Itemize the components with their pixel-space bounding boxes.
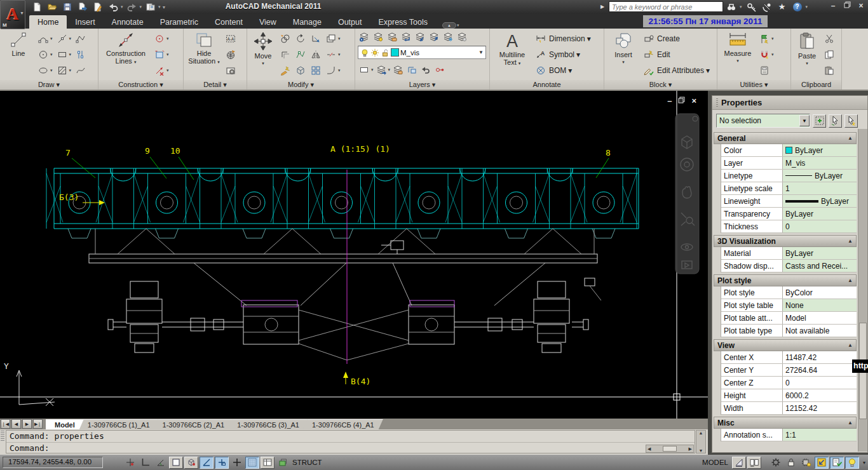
dynamic-ucs-toggle[interactable]	[230, 457, 244, 469]
paste-button[interactable]: Paste▾	[794, 30, 820, 67]
construction-lines-button[interactable]: ConstructionLines ▾	[101, 30, 151, 66]
layer-dropdown-arrow[interactable]: ▼	[478, 50, 484, 55]
calculator-button[interactable]	[758, 62, 774, 78]
layer-off-button[interactable]	[456, 30, 468, 43]
undo-button[interactable]	[107, 1, 119, 13]
layer-properties-button[interactable]	[358, 30, 370, 43]
selection-dropdown-arrow[interactable]: ▼	[799, 115, 810, 126]
property-row-plot-table[interactable]: Plot style tableNone	[721, 299, 857, 312]
polar-toggle[interactable]	[154, 457, 168, 469]
subscription-key-icon[interactable]	[746, 1, 757, 12]
struct-icon[interactable]	[276, 457, 290, 469]
construction-region-button[interactable]: ▾	[153, 46, 169, 62]
quick-properties-toggle[interactable]	[261, 457, 275, 469]
panel-label-layers[interactable]: Layers ▾	[355, 80, 489, 90]
offset-button[interactable]	[279, 46, 292, 62]
block-edit-button[interactable]: Edit	[642, 46, 710, 62]
ribbon-minimize-button[interactable]: ▲	[442, 22, 456, 29]
doc-close-button[interactable]: ×	[691, 96, 696, 105]
ortho-toggle[interactable]	[200, 457, 214, 469]
property-row-height[interactable]: Height6000.2	[721, 389, 857, 402]
tab-layout-4[interactable]: 1-309766СБ (4)_A1	[303, 419, 383, 429]
undo-dropdown[interactable]: ▾	[121, 4, 123, 10]
tab-output[interactable]: Output	[330, 15, 370, 29]
layer-isolate-button[interactable]	[414, 30, 426, 43]
layer-freeze-button[interactable]	[442, 30, 454, 43]
property-row-center-y[interactable]: Center Y27264.64	[721, 364, 857, 377]
property-row-material[interactable]: MaterialByLayer	[721, 247, 857, 260]
grid-toggle[interactable]	[139, 457, 153, 469]
hardware-accel-button[interactable]	[799, 457, 813, 469]
search-input[interactable]	[609, 1, 723, 12]
3d-visor-button[interactable]	[294, 62, 307, 78]
property-row-layer[interactable]: LayerM_vis	[721, 157, 857, 170]
paste-special-button[interactable]	[823, 62, 836, 78]
layer-unlock-icon[interactable]	[381, 46, 390, 59]
doc-minimize-button[interactable]: –	[667, 96, 672, 105]
snap-toggle[interactable]	[123, 457, 137, 469]
trim-button[interactable]	[309, 30, 322, 46]
measure-button[interactable]: Measure▾	[720, 30, 756, 65]
symbol-button[interactable]: ASymbol▾	[534, 46, 591, 62]
panel-label-modify[interactable]: Modify ▾	[247, 80, 355, 90]
redo-dropdown[interactable]: ▾	[140, 4, 142, 10]
layer-on-icon[interactable]	[360, 46, 369, 59]
layer-color-swatch[interactable]	[391, 48, 399, 57]
toolbar-lock-button[interactable]	[784, 457, 798, 469]
restore-button[interactable]	[843, 1, 851, 10]
app-menu-button[interactable]: A M ▼	[0, 0, 25, 29]
drawing-viewport[interactable]: 7 9 10 8 A (1:15) (1) Б(3) В(4) Y	[0, 91, 708, 419]
property-row-plot-type[interactable]: Plot table typeNot available	[721, 325, 857, 337]
annotation-visibility-button[interactable]	[830, 457, 844, 469]
sheet-set-dropdown[interactable]: ▾	[158, 4, 161, 10]
redo-button[interactable]	[126, 1, 139, 13]
layer-walk-button[interactable]	[433, 62, 446, 77]
rotate-button[interactable]	[294, 30, 307, 46]
minimize-button[interactable]: –	[829, 1, 837, 10]
property-row-lineweight[interactable]: LineweightByLayer	[721, 195, 857, 208]
doc-restore-button[interactable]	[678, 96, 685, 105]
property-row-annotation-scale[interactable]: Annotation s...1:1	[721, 429, 857, 441]
edit-polyline-button[interactable]	[294, 46, 307, 62]
array-button[interactable]	[309, 62, 322, 78]
favorites-star-icon[interactable]: ★	[776, 1, 788, 12]
insert-block-button[interactable]: Insert▾	[607, 30, 640, 66]
copy-button[interactable]	[279, 30, 292, 46]
property-row-center-z[interactable]: Center Z0	[721, 377, 857, 389]
search-icon[interactable]	[726, 1, 737, 12]
construction-erase-button[interactable]: ▾	[153, 62, 169, 78]
panel-label-draw[interactable]: Draw ▾	[0, 80, 98, 90]
command-hscrollbar[interactable]: ◀▶	[646, 445, 694, 453]
property-row-plot-attach[interactable]: Plot table att...Model	[721, 312, 857, 325]
search-dropdown[interactable]: ▾	[740, 4, 742, 10]
property-row-thickness[interactable]: Thickness0	[721, 220, 857, 233]
block-create-button[interactable]: Create	[642, 30, 710, 46]
edit-button[interactable]	[92, 1, 104, 13]
ribbon-minimize-dropdown[interactable]: ▾	[457, 23, 459, 28]
communication-center-icon[interactable]	[761, 1, 773, 12]
power-view-button[interactable]	[224, 62, 237, 78]
model-layout-toggle[interactable]	[732, 457, 746, 469]
layer-match-button[interactable]	[386, 30, 398, 43]
isolate-objects-button[interactable]	[815, 457, 829, 469]
power-snap-button[interactable]: ▾	[758, 46, 774, 62]
layer-dropdown[interactable]: M_vis ▼	[358, 46, 486, 59]
tab-model[interactable]: Model	[46, 419, 84, 429]
command-history[interactable]: Command: properties Command:	[6, 430, 695, 453]
select-objects-button[interactable]	[829, 114, 842, 128]
hatch-tool-button[interactable]: ▾	[56, 62, 72, 78]
property-row-linetype[interactable]: LinetypeByLayer	[721, 170, 857, 182]
struct-label[interactable]: STRUCT	[292, 459, 322, 466]
tab-insert[interactable]: Insert	[67, 15, 103, 29]
layer-undo-button[interactable]	[419, 62, 432, 77]
move-button[interactable]: Move▾	[250, 30, 276, 67]
coordinates-display[interactable]: 17594.74, 24554.48, 0.00	[3, 457, 103, 468]
copy-clip-button[interactable]	[823, 46, 836, 62]
tab-home[interactable]: Home	[29, 15, 67, 29]
polyline-tool-button[interactable]	[74, 30, 87, 46]
break-button[interactable]: ▾	[325, 46, 341, 62]
close-button[interactable]: ×	[857, 1, 865, 10]
move-to-layer-button[interactable]	[405, 62, 418, 77]
property-row-plot-style[interactable]: Plot styleByColor	[721, 286, 857, 299]
section-header-misc[interactable]: Misc▲	[714, 417, 857, 429]
